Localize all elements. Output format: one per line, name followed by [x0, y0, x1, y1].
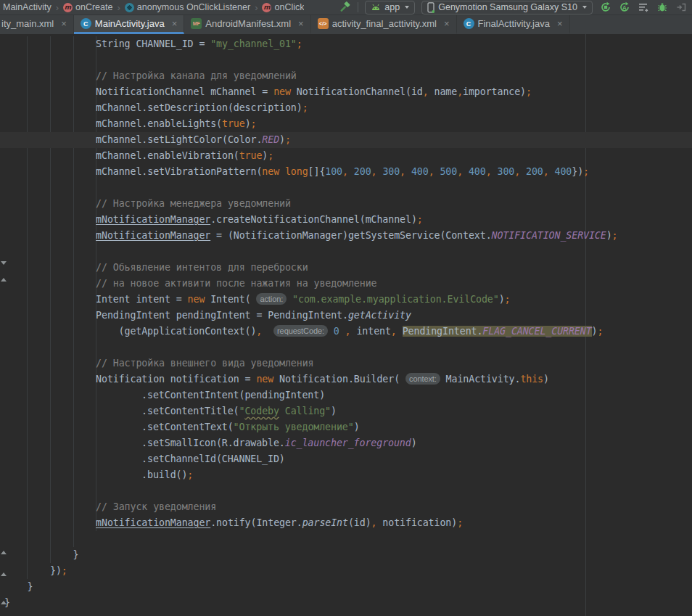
- android-icon: [371, 4, 381, 11]
- param-name-hint: requestCode:: [273, 325, 328, 337]
- breadcrumb-label: anonymous OnClickListener: [137, 2, 250, 12]
- code-line[interactable]: // Обьявление интентов для переброски: [0, 260, 692, 276]
- editor-tab[interactable]: CFinalActtivity.java×: [457, 15, 570, 34]
- code-line[interactable]: // Настройка внешнего вида уведомления: [0, 356, 692, 371]
- device-label: Genymotion Samsung Galaxy S10: [438, 2, 577, 12]
- chevron-down-icon: [582, 6, 587, 9]
- navigation-bar: MainActivity›monCreate›anonymous OnClick…: [0, 0, 692, 15]
- editor-tab[interactable]: </>activity_final_acttivity.xml×: [311, 15, 457, 34]
- breadcrumb-label: onCreate: [75, 2, 112, 12]
- editor-tab[interactable]: CMainActivity.java×: [74, 15, 184, 34]
- code-line[interactable]: // на новое активити после нажатия на ув…: [0, 276, 692, 292]
- tab-label: AndroidManifest.xml: [205, 18, 291, 29]
- code-line[interactable]: NotificationChannel mChannel = new Notif…: [0, 84, 692, 100]
- code-line[interactable]: mChannel.enableLights(true);: [0, 116, 692, 132]
- code-line[interactable]: mChannel.enableVibration(true);: [0, 148, 692, 164]
- breadcrumb-item[interactable]: monClick: [262, 2, 304, 12]
- code-line[interactable]: // Запуск уведомления: [0, 499, 692, 515]
- code-line[interactable]: [0, 483, 692, 499]
- code-line[interactable]: .setContentText("Открыть уведомление"): [0, 419, 692, 435]
- fold-marker-icon[interactable]: [1, 572, 7, 576]
- profiler-icon[interactable]: [637, 1, 650, 13]
- editor-tab[interactable]: ity_main.xml×: [0, 15, 74, 34]
- code-line[interactable]: // Настройка канала для уведомлений: [0, 68, 692, 84]
- toolbar-actions: app Genymotion Samsung Galaxy S10 A: [338, 1, 688, 15]
- code-line[interactable]: (getApplicationContext(), requestCode: 0…: [0, 324, 692, 340]
- anonymous-class-icon: [125, 3, 134, 12]
- close-icon[interactable]: ×: [557, 19, 563, 28]
- code-line[interactable]: .setSmallIcon(R.drawable.ic_launcher_for…: [0, 435, 692, 451]
- code-line[interactable]: });: [0, 563, 692, 579]
- tab-label: FinalActtivity.java: [478, 18, 550, 29]
- fold-marker-icon[interactable]: [1, 278, 7, 282]
- breadcrumb-item[interactable]: anonymous OnClickListener: [125, 2, 250, 12]
- debug-icon[interactable]: [656, 1, 669, 13]
- tab-label: MainActivity.java: [95, 18, 165, 29]
- editor-tab-bar: ity_main.xml×CMainActivity.java×MFAndroi…: [0, 15, 692, 34]
- method-icon: m: [262, 3, 271, 12]
- breadcrumb-item[interactable]: monCreate: [63, 2, 112, 12]
- code-line[interactable]: .setChannelId(CHANNEL_ID): [0, 451, 692, 467]
- device-selector[interactable]: Genymotion Samsung Galaxy S10: [421, 1, 593, 15]
- run-actions: A: [599, 1, 688, 13]
- attach-debugger-icon[interactable]: [675, 1, 688, 13]
- code-line[interactable]: // Настройка менеджера уведомлений: [0, 196, 692, 212]
- breadcrumb-label: MainActivity: [3, 2, 52, 12]
- code-line[interactable]: mNotificationManager.notify(Integer.pars…: [0, 515, 692, 531]
- close-icon[interactable]: ×: [444, 19, 450, 28]
- code-line[interactable]: mChannel.setDescription(description);: [0, 100, 692, 116]
- apply-code-changes-icon[interactable]: A: [618, 1, 631, 13]
- editor-tab[interactable]: MFAndroidManifest.xml×: [184, 15, 310, 34]
- fold-marker-icon[interactable]: [1, 551, 7, 554]
- code-editor[interactable]: String CHANNEL_ID = "my_channel_01";// Н…: [0, 34, 692, 616]
- java-class-icon: C: [81, 18, 91, 29]
- close-icon[interactable]: ×: [61, 19, 67, 28]
- breadcrumb-item[interactable]: MainActivity: [3, 2, 52, 12]
- code-line[interactable]: [0, 52, 692, 68]
- toolbar-separator: [358, 2, 358, 12]
- code-line[interactable]: PendingIntent pendingIntent = PendingInt…: [0, 308, 692, 324]
- breadcrumb-separator: ›: [56, 2, 59, 13]
- code-line[interactable]: .setContentIntent(pendingIntent): [0, 387, 692, 403]
- code-line[interactable]: }: [0, 579, 692, 595]
- svg-text:A: A: [622, 4, 627, 12]
- code-line[interactable]: Notification notification = new Notifica…: [0, 371, 692, 387]
- xml-file-icon: </>: [318, 18, 329, 29]
- code-line[interactable]: .setContentTitle("Codeby Calling"): [0, 403, 692, 419]
- tab-label: activity_final_acttivity.xml: [332, 18, 437, 29]
- breadcrumb-separator: ›: [117, 2, 120, 13]
- code-line[interactable]: [0, 180, 692, 196]
- fold-marker-icon[interactable]: [1, 601, 7, 604]
- apply-changes-icon[interactable]: [599, 1, 612, 13]
- code-line[interactable]: String CHANNEL_ID = "my_channel_01";: [0, 36, 692, 52]
- manifest-file-icon: MF: [191, 18, 202, 29]
- close-icon[interactable]: ×: [172, 19, 178, 28]
- code-lines: String CHANNEL_ID = "my_channel_01";// Н…: [0, 34, 692, 611]
- build-hammer-icon[interactable]: [338, 1, 351, 14]
- phone-icon: [427, 2, 434, 13]
- current-line[interactable]: mChannel.setLightColor(Color.RED);: [0, 132, 692, 148]
- code-line[interactable]: Intent intent = new Intent( action: "com…: [0, 292, 692, 308]
- android-studio-window: MainActivity›monCreate›anonymous OnClick…: [0, 0, 692, 616]
- run-config-selector[interactable]: app: [365, 1, 415, 15]
- fold-gutter: [0, 34, 9, 616]
- java-class-icon: C: [464, 18, 474, 29]
- code-line[interactable]: mChannel.setVibrationPattern(new long[]{…: [0, 164, 692, 180]
- tab-label: ity_main.xml: [1, 18, 54, 29]
- breadcrumb-label: onClick: [274, 2, 304, 12]
- breadcrumb: MainActivity›monCreate›anonymous OnClick…: [3, 2, 304, 13]
- code-line[interactable]: [0, 340, 692, 356]
- code-line[interactable]: [0, 531, 692, 547]
- code-line[interactable]: }: [0, 595, 692, 611]
- code-line[interactable]: mNotificationManager.createNotificationC…: [0, 212, 692, 228]
- fold-marker-icon[interactable]: [1, 261, 7, 265]
- code-line[interactable]: .build();: [0, 467, 692, 483]
- code-line[interactable]: }: [0, 547, 692, 563]
- code-line[interactable]: [0, 244, 692, 260]
- breadcrumb-separator: ›: [255, 2, 258, 13]
- close-icon[interactable]: ×: [298, 19, 304, 28]
- code-line[interactable]: mNotificationManager = (NotificationMana…: [0, 228, 692, 244]
- chevron-down-icon: [405, 6, 409, 9]
- param-name-hint: action:: [256, 293, 287, 305]
- run-config-label: app: [384, 2, 400, 12]
